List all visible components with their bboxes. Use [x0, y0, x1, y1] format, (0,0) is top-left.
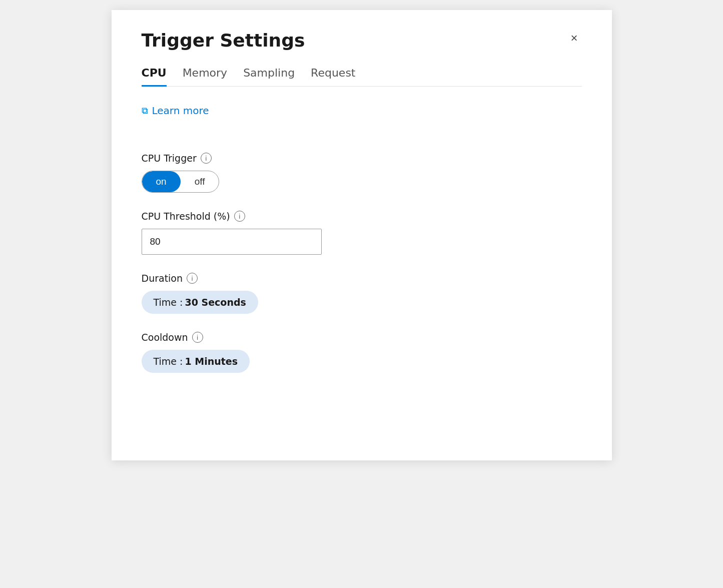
cpu-threshold-section: CPU Threshold (%) i [142, 211, 582, 255]
duration-time-prefix: Time : [154, 297, 183, 308]
cpu-trigger-section: CPU Trigger i on off [142, 153, 582, 193]
duration-label-row: Duration i [142, 273, 582, 284]
cpu-threshold-label: CPU Threshold (%) [142, 211, 230, 222]
duration-section: Duration i Time : 30 Seconds [142, 273, 582, 314]
tabs-container: CPU Memory Sampling Request [142, 67, 582, 87]
cooldown-time-prefix: Time : [154, 356, 183, 367]
cooldown-label: Cooldown [142, 332, 188, 343]
cpu-trigger-label-row: CPU Trigger i [142, 153, 582, 164]
dialog-title: Trigger Settings [142, 30, 305, 51]
learn-more-link[interactable]: ⧉ Learn more [142, 105, 209, 117]
cpu-trigger-info-icon[interactable]: i [201, 153, 212, 164]
cooldown-time-pill[interactable]: Time : 1 Minutes [142, 350, 250, 373]
tab-cpu[interactable]: CPU [142, 67, 167, 87]
tab-sampling[interactable]: Sampling [243, 67, 295, 87]
duration-info-icon[interactable]: i [187, 273, 198, 284]
cooldown-time-value: 1 Minutes [185, 356, 238, 367]
duration-label: Duration [142, 273, 183, 284]
cpu-threshold-input[interactable] [142, 229, 322, 255]
dialog-header: Trigger Settings × [142, 30, 582, 51]
toggle-on-button[interactable]: on [142, 171, 181, 192]
cpu-threshold-info-icon[interactable]: i [234, 211, 245, 222]
cooldown-info-icon[interactable]: i [192, 332, 203, 343]
toggle-off-button[interactable]: off [181, 171, 219, 192]
duration-time-pill[interactable]: Time : 30 Seconds [142, 291, 258, 314]
cpu-trigger-toggle[interactable]: on off [142, 171, 220, 193]
external-link-icon: ⧉ [142, 105, 148, 116]
tab-request[interactable]: Request [311, 67, 355, 87]
close-button[interactable]: × [566, 30, 581, 46]
tab-memory[interactable]: Memory [183, 67, 227, 87]
cpu-trigger-label: CPU Trigger [142, 153, 197, 164]
duration-time-value: 30 Seconds [185, 297, 246, 308]
learn-more-label: Learn more [152, 105, 209, 117]
cooldown-label-row: Cooldown i [142, 332, 582, 343]
trigger-settings-dialog: Trigger Settings × CPU Memory Sampling R… [112, 10, 612, 460]
cpu-threshold-label-row: CPU Threshold (%) i [142, 211, 582, 222]
cooldown-section: Cooldown i Time : 1 Minutes [142, 332, 582, 373]
